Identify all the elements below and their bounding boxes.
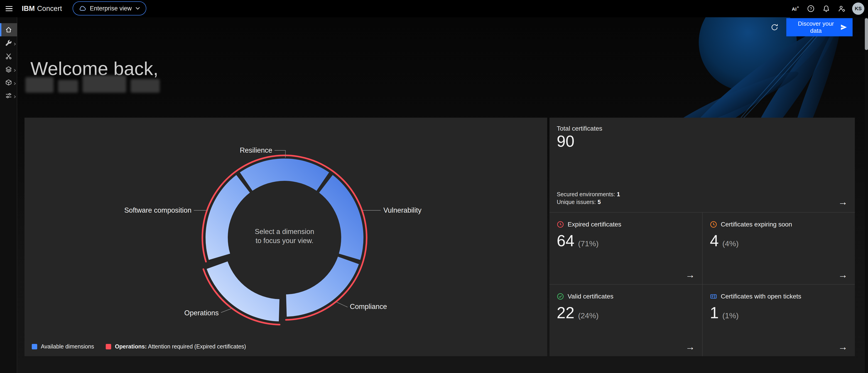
legend-label: Available dimensions — [41, 343, 94, 350]
scrollbar-thumb[interactable] — [865, 18, 868, 50]
leader-compliance — [337, 302, 347, 307]
dimension-wheel: Resilience Vulnerability Compliance Oper… — [25, 118, 547, 356]
legend-operations-alert: Operations: Attention required (Expired … — [106, 343, 246, 350]
home-icon — [5, 26, 12, 33]
valid-check-icon — [557, 293, 564, 300]
view-switcher-label: Enterprise view — [90, 5, 132, 12]
cloud-icon — [79, 5, 86, 12]
chevron-down-icon — [135, 7, 140, 10]
tile-expired-certificates[interactable]: Expired certificates 64(71%) → — [550, 212, 702, 284]
tile-value: 4 — [710, 232, 719, 250]
refresh-button[interactable] — [766, 18, 784, 36]
header-actions: AI ? — [788, 0, 864, 17]
sidebar-item-tools[interactable] — [0, 36, 17, 50]
wheel-segment-compliance[interactable] — [286, 257, 359, 317]
wheel-segment-software-composition[interactable] — [206, 175, 250, 260]
help-icon: ? — [807, 5, 815, 12]
sidebar-item-resources[interactable] — [0, 76, 17, 89]
legend-label: Operations: Attention required (Expired … — [115, 343, 246, 350]
wheel-label-operations: Operations — [184, 309, 219, 317]
tile-open-tickets[interactable]: Certificates with open tickets 1(1%) → — [702, 284, 855, 356]
help-button[interactable]: ? — [803, 0, 818, 17]
expand-chevron-icon — [13, 95, 16, 98]
global-header: IBMConcert Enterprise view AI ? — [0, 0, 868, 17]
total-certificates-value: 90 — [557, 132, 847, 151]
side-navigation — [0, 17, 17, 373]
secured-environments-value: 1 — [617, 191, 620, 197]
tile-label: Expired certificates — [568, 221, 621, 228]
valid-certificates-arrow[interactable]: → — [685, 342, 695, 352]
legend-swatch-blue — [32, 344, 37, 349]
tile-value: 22 — [557, 304, 575, 322]
unique-issuers-label: Unique issuers: — [557, 199, 596, 205]
send-icon — [840, 24, 847, 31]
user-settings-icon — [838, 5, 845, 12]
tile-percent: (71%) — [578, 239, 599, 248]
bell-icon — [823, 5, 830, 12]
brand-bold: IBM — [22, 4, 35, 12]
expand-chevron-icon — [13, 82, 16, 85]
tile-valid-certificates[interactable]: Valid certificates 22(24%) → — [550, 284, 702, 356]
tile-expiring-soon[interactable]: Certificates expiring soon 4(4%) → — [702, 212, 855, 284]
wheel-segment-vulnerability[interactable] — [319, 175, 364, 260]
user-settings-button[interactable] — [834, 0, 849, 17]
discover-data-button[interactable]: Discover your data — [786, 18, 852, 36]
certificates-meta: Secured environments:1 Unique issuers:5 — [557, 190, 620, 206]
wheel-center-line1: Select a dimension — [255, 228, 314, 235]
app-root: IBMConcert Enterprise view AI ? — [0, 0, 868, 373]
tile-label: Valid certificates — [568, 293, 614, 300]
sidebar-item-connections[interactable] — [0, 50, 17, 63]
ai-assistant-button[interactable]: AI — [788, 0, 803, 17]
ai-icon: AI — [791, 5, 800, 12]
expiring-clock-icon — [710, 221, 717, 228]
brand: IBMConcert — [22, 4, 62, 13]
sidebar-item-pipelines[interactable] — [0, 89, 17, 102]
redacted-user-name — [25, 76, 160, 93]
legend-swatch-red — [106, 344, 111, 349]
open-tickets-arrow[interactable]: → — [838, 342, 847, 352]
hamburger-icon — [6, 6, 12, 7]
wrench-icon — [5, 39, 12, 47]
sidebar-item-home[interactable] — [0, 23, 17, 36]
menu-button[interactable] — [0, 0, 18, 17]
unique-issuers-value: 5 — [597, 199, 601, 205]
scissors-icon — [5, 53, 12, 60]
discover-data-label: Discover your data — [792, 20, 840, 34]
notifications-button[interactable] — [818, 0, 834, 17]
wheel-legend: Available dimensions Operations: Attenti… — [32, 343, 246, 350]
wheel-segment-resilience[interactable] — [240, 159, 329, 191]
open-ticket-icon — [710, 293, 717, 300]
expand-chevron-icon — [13, 42, 16, 46]
page-scrollbar[interactable] — [865, 17, 868, 373]
leader-operations — [221, 308, 233, 313]
expired-clock-icon — [557, 221, 564, 228]
view-switcher-button[interactable]: Enterprise view — [72, 1, 146, 16]
legend-available-dimensions: Available dimensions — [32, 343, 94, 350]
svg-text:AI: AI — [792, 6, 797, 11]
wheel-label-vulnerability: Vulnerability — [383, 206, 422, 214]
certificates-card: Total certificates 90 Secured environmen… — [550, 118, 855, 356]
brand-name: Concert — [37, 4, 62, 12]
wheel-label-compliance: Compliance — [350, 303, 387, 311]
tile-label: Certificates with open tickets — [721, 293, 801, 300]
expiring-soon-arrow[interactable]: → — [838, 270, 847, 280]
svg-text:?: ? — [810, 7, 812, 11]
refresh-icon — [771, 23, 778, 31]
user-avatar[interactable]: KS — [852, 2, 864, 15]
tile-percent: (1%) — [722, 311, 739, 320]
total-certificates-arrow[interactable]: → — [838, 197, 847, 207]
wheel-center-line2: to focus your view. — [255, 237, 313, 245]
expand-chevron-icon — [13, 68, 16, 72]
dimension-wheel-card: Resilience Vulnerability Compliance Oper… — [25, 118, 547, 356]
tile-percent: (4%) — [722, 239, 739, 248]
tile-value: 1 — [710, 304, 719, 322]
expired-certificates-arrow[interactable]: → — [685, 270, 695, 280]
total-certificates-section: Total certificates 90 Secured environmen… — [550, 118, 855, 212]
layers-icon — [5, 66, 12, 73]
secured-environments-label: Secured environments: — [557, 191, 615, 197]
sidebar-item-layers[interactable] — [0, 63, 17, 76]
tile-label: Certificates expiring soon — [721, 221, 792, 228]
wheel-label-resilience: Resilience — [240, 146, 272, 154]
cube-icon — [5, 79, 12, 86]
tile-percent: (24%) — [578, 311, 599, 320]
